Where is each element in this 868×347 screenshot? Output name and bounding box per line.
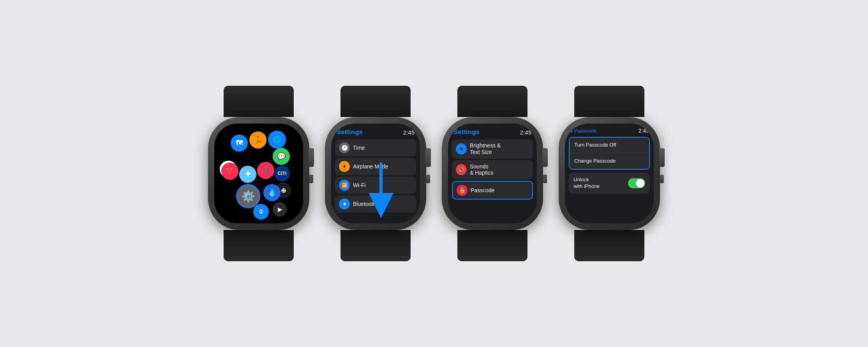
watch-screen-2: Settings 2:45 🕐 Time ✈ Airplane Mode bbox=[331, 124, 420, 223]
watch-screen-4: Passcode 2:45 Turn Passcode Off Change P… bbox=[565, 124, 654, 223]
app-settings[interactable]: ⚙️ bbox=[236, 184, 260, 208]
side-button-3[interactable] bbox=[543, 175, 547, 183]
watch-1: Wed 5 🏃 🗺 🌐 💬 CITI ❤️ ✦ 🎵 ⊕ ⚙️ 💧 bbox=[208, 86, 309, 261]
settings-time-2: 2:45 bbox=[403, 129, 415, 136]
sounds-label: Sounds& Haptics bbox=[470, 163, 493, 177]
app-run[interactable]: 🏃 bbox=[249, 131, 266, 149]
settings-title-2: Settings bbox=[337, 128, 363, 136]
app-health[interactable]: ❤️ bbox=[221, 163, 238, 180]
passcode-icon: 🔒 bbox=[457, 185, 468, 196]
app-crystal[interactable]: ✦ bbox=[239, 166, 256, 183]
band-bottom-3 bbox=[457, 230, 528, 261]
side-button-4[interactable] bbox=[660, 175, 664, 183]
wifi-icon: 📶 bbox=[339, 180, 350, 191]
passcode-options-list: Turn Passcode Off Change Passcode Unlock… bbox=[569, 137, 650, 194]
settings-item-wifi[interactable]: 📶 Wi-Fi bbox=[335, 177, 416, 194]
watch-2: Settings 2:45 🕐 Time ✈ Airplane Mode bbox=[325, 86, 426, 261]
settings-title-3: Settings bbox=[453, 128, 480, 136]
passcode-label: Passcode bbox=[471, 187, 494, 194]
back-label: Passcode bbox=[574, 128, 596, 134]
digital-crown-2[interactable] bbox=[425, 148, 431, 167]
app-music[interactable]: 🎵 bbox=[257, 162, 274, 179]
unlock-toggle[interactable] bbox=[628, 178, 645, 188]
bluetooth-icon: ✦ bbox=[339, 198, 350, 209]
airplane-label: Airplane Mode bbox=[353, 163, 388, 170]
watch-3: Settings 2:45 ☀ Brightness &Text Size 🔊 … bbox=[442, 86, 543, 261]
settings-header-2: Settings 2:45 bbox=[335, 128, 416, 136]
band-bottom-1 bbox=[224, 230, 294, 261]
settings-header-3: Settings 2:45 bbox=[452, 128, 533, 136]
watch-screen-3: Settings 2:45 ☀ Brightness &Text Size 🔊 … bbox=[448, 124, 537, 223]
band-bottom-2 bbox=[340, 230, 411, 261]
settings-screen-3: Settings 2:45 ☀ Brightness &Text Size 🔊 … bbox=[448, 124, 537, 223]
watch-case-4: Passcode 2:45 Turn Passcode Off Change P… bbox=[559, 117, 660, 230]
app-play[interactable]: ▶ bbox=[273, 202, 287, 216]
band-top-4 bbox=[574, 86, 644, 117]
app-citi[interactable]: CITI bbox=[274, 166, 290, 181]
time-icon: 🕐 bbox=[339, 142, 350, 153]
watch-case-1: Wed 5 🏃 🗺 🌐 💬 CITI ❤️ ✦ 🎵 ⊕ ⚙️ 💧 bbox=[208, 117, 309, 230]
side-button-1[interactable] bbox=[309, 175, 313, 183]
brightness-label: Brightness &Text Size bbox=[470, 142, 501, 156]
digital-crown-3[interactable] bbox=[542, 148, 548, 167]
back-button[interactable]: Passcode bbox=[570, 128, 596, 134]
app-globe[interactable]: 🌐 bbox=[268, 131, 286, 149]
passcode-header: Passcode 2:45 bbox=[569, 127, 650, 134]
band-bottom-4 bbox=[574, 230, 644, 261]
settings-list-3: ☀ Brightness &Text Size 🔊 Sounds& Haptic… bbox=[452, 139, 533, 220]
watch-case-2: Settings 2:45 🕐 Time ✈ Airplane Mode bbox=[325, 117, 426, 230]
app-drop[interactable]: 💧 bbox=[263, 184, 281, 201]
sounds-icon: 🔊 bbox=[456, 164, 467, 175]
brightness-icon: ☀ bbox=[456, 143, 467, 154]
passcode-screen: Passcode 2:45 Turn Passcode Off Change P… bbox=[565, 124, 654, 223]
passcode-item-unlock[interactable]: Unlockwith iPhone bbox=[569, 173, 650, 194]
passcode-item-turn-off[interactable]: Turn Passcode Off bbox=[570, 138, 649, 153]
passcode-item-change[interactable]: Change Passcode bbox=[570, 153, 649, 169]
airplane-icon: ✈ bbox=[339, 161, 350, 172]
settings-item-sounds[interactable]: 🔊 Sounds& Haptics bbox=[452, 160, 533, 180]
settings-screen-2: Settings 2:45 🕐 Time ✈ Airplane Mode bbox=[331, 124, 420, 223]
watch-4: Passcode 2:45 Turn Passcode Off Change P… bbox=[559, 86, 660, 261]
bluetooth-label: Bluetooth bbox=[353, 201, 376, 207]
settings-item-bluetooth[interactable]: ✦ Bluetooth bbox=[335, 195, 416, 212]
app-onepassword[interactable]: ① bbox=[253, 204, 269, 220]
time-label: Time bbox=[353, 145, 365, 151]
side-button-2[interactable] bbox=[426, 175, 430, 183]
settings-item-brightness[interactable]: ☀ Brightness &Text Size bbox=[452, 139, 533, 159]
wifi-label: Wi-Fi bbox=[353, 182, 366, 189]
settings-item-time[interactable]: 🕐 Time bbox=[335, 139, 416, 156]
settings-item-airplane[interactable]: ✈ Airplane Mode bbox=[335, 158, 416, 175]
band-top-1 bbox=[224, 86, 294, 117]
chevron-left-icon bbox=[570, 129, 572, 133]
settings-time-3: 2:45 bbox=[520, 129, 531, 136]
digital-crown-4[interactable] bbox=[659, 148, 665, 167]
band-top-3 bbox=[457, 86, 528, 117]
passcode-time: 2:45 bbox=[639, 127, 649, 134]
settings-item-passcode[interactable]: 🔒 Passcode bbox=[452, 181, 533, 200]
change-passcode-label: Change Passcode bbox=[574, 158, 616, 165]
digital-crown-1[interactable] bbox=[309, 148, 314, 167]
app-maps[interactable]: 🗺 bbox=[231, 135, 248, 152]
watches-container: Wed 5 🏃 🗺 🌐 💬 CITI ❤️ ✦ 🎵 ⊕ ⚙️ 💧 bbox=[196, 74, 672, 273]
app-messages[interactable]: 💬 bbox=[273, 148, 290, 165]
settings-list-2: 🕐 Time ✈ Airplane Mode 📶 Wi-Fi ✦ bbox=[335, 139, 416, 220]
band-top-2 bbox=[340, 86, 411, 117]
watch-screen-1: Wed 5 🏃 🗺 🌐 💬 CITI ❤️ ✦ 🎵 ⊕ ⚙️ 💧 bbox=[214, 124, 303, 223]
unlock-label: Unlockwith iPhone bbox=[573, 177, 600, 190]
passcode-highlighted-group: Turn Passcode Off Change Passcode bbox=[569, 137, 650, 170]
app-grid: Wed 5 🏃 🗺 🌐 💬 CITI ❤️ ✦ 🎵 ⊕ ⚙️ 💧 bbox=[214, 124, 303, 223]
watch-case-3: Settings 2:45 ☀ Brightness &Text Size 🔊 … bbox=[442, 117, 543, 230]
turn-passcode-off-label: Turn Passcode Off bbox=[574, 142, 616, 149]
toggle-knob bbox=[636, 179, 644, 188]
